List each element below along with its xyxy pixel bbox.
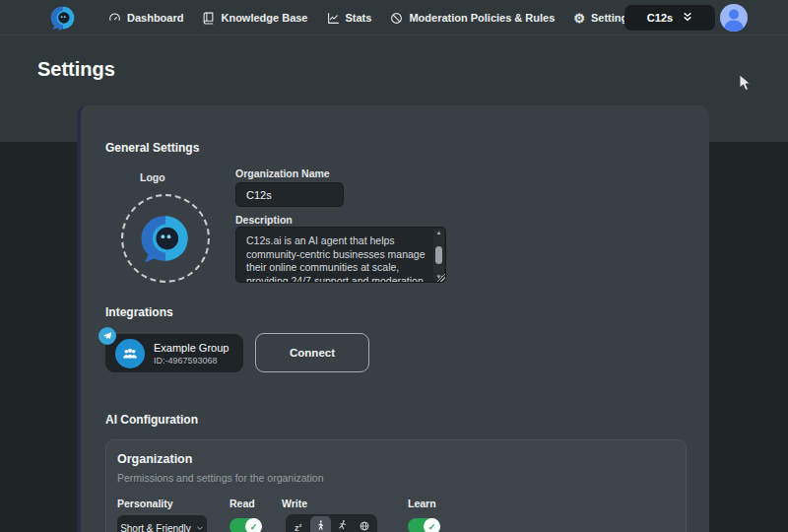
learn-label: Learn	[408, 498, 436, 509]
organization-card-subtitle: Permissions and settings for the organiz…	[117, 472, 324, 484]
nav-label: Knowledge Base	[221, 12, 307, 24]
write-mode-walk-button[interactable]	[310, 516, 332, 532]
sleep-icon: zz	[295, 522, 302, 532]
personality-value: Short & Friendly	[120, 523, 191, 532]
person-running-icon	[336, 519, 349, 532]
app-logo-icon[interactable]	[49, 4, 77, 32]
chart-line-icon	[327, 12, 340, 25]
organization-card-title: Organization	[117, 452, 192, 466]
ban-icon	[390, 12, 403, 25]
description-label: Description	[235, 214, 293, 226]
description-textarea[interactable]: C12s.ai is an AI agent that helps commun…	[235, 227, 446, 283]
nav-label: Stats	[346, 12, 372, 24]
check-icon: ✓	[428, 522, 436, 532]
nav-item-stats[interactable]: Stats	[327, 12, 372, 25]
personality-label: Personality	[117, 498, 173, 509]
user-avatar[interactable]	[720, 4, 748, 32]
write-mode-sleep-button[interactable]: zz	[288, 516, 309, 532]
general-settings-title: General Settings	[105, 141, 199, 155]
book-icon	[202, 12, 215, 25]
gear-icon: ⚙	[573, 12, 585, 25]
write-mode-segmented-control: zz	[286, 514, 377, 532]
group-avatar-icon	[115, 339, 145, 368]
nav-item-moderation-policies[interactable]: Moderation Policies & Rules	[390, 12, 555, 25]
org-name-label: Organization Name	[235, 167, 330, 179]
org-name-input[interactable]	[235, 182, 344, 207]
scroll-thumb[interactable]	[435, 246, 442, 264]
learn-toggle[interactable]: ✓	[408, 518, 440, 532]
chevron-down-icon	[196, 523, 204, 532]
page-title: Settings	[37, 58, 115, 81]
group-name: Example Group	[154, 342, 229, 354]
top-nav: Dashboard Knowledge Base Stats	[0, 0, 788, 35]
connect-button[interactable]: Connect	[255, 333, 369, 372]
scroll-up-icon[interactable]: ▲	[436, 230, 442, 235]
org-logo-image	[138, 211, 193, 266]
check-icon: ✓	[250, 522, 258, 532]
ai-configuration-title: AI Configuration	[105, 413, 198, 427]
gauge-icon	[108, 12, 121, 25]
logo-upload-area[interactable]	[121, 194, 210, 283]
nav-label: Dashboard	[127, 12, 183, 24]
group-id: ID:-4967593068	[154, 356, 229, 366]
chevrons-expand-icon	[683, 11, 692, 25]
personality-select[interactable]: Short & Friendly	[117, 515, 207, 532]
write-mode-auto-button[interactable]	[355, 516, 376, 532]
globe-icon	[359, 520, 370, 532]
read-toggle[interactable]: ✓	[230, 518, 262, 532]
integrations-title: Integrations	[105, 305, 173, 319]
org-switcher-button[interactable]: C12s	[624, 5, 715, 31]
write-label: Write	[282, 498, 307, 509]
nav-item-dashboard[interactable]: Dashboard	[108, 12, 183, 25]
nav-item-knowledge-base[interactable]: Knowledge Base	[202, 12, 307, 25]
logo-label: Logo	[140, 171, 165, 183]
settings-card: General Settings Logo Organization Name …	[77, 105, 709, 532]
read-label: Read	[230, 498, 255, 509]
organization-permissions-card: Organization Permissions and settings fo…	[105, 439, 687, 532]
org-switcher-label: C12s	[647, 12, 673, 24]
resize-grip[interactable]	[436, 273, 445, 282]
nav-label: Moderation Policies & Rules	[409, 12, 555, 24]
write-mode-run-button[interactable]	[332, 516, 354, 532]
person-walking-icon	[314, 519, 327, 532]
telegram-icon	[98, 327, 116, 345]
telegram-group-card[interactable]: Example Group ID:-4967593068	[105, 334, 243, 372]
